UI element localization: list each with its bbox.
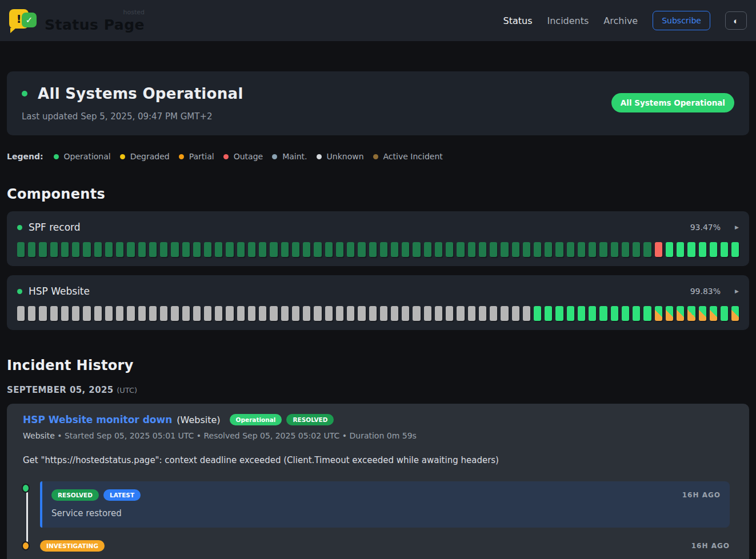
uptime-bar-dim[interactable] <box>358 242 365 257</box>
uptime-bar-dim[interactable] <box>270 242 277 257</box>
uptime-bar-dim[interactable] <box>589 242 596 257</box>
uptime-bar-gray[interactable] <box>17 306 25 321</box>
nav-item-archive[interactable]: Archive <box>603 15 638 26</box>
uptime-bar-partial[interactable] <box>666 306 673 321</box>
uptime-bar-gray[interactable] <box>336 306 343 321</box>
uptime-bar-dim[interactable] <box>248 242 255 257</box>
uptime-bar-gray[interactable] <box>50 306 58 321</box>
uptime-bar-gray[interactable] <box>303 306 310 321</box>
uptime-bar-gray[interactable] <box>204 306 211 321</box>
uptime-bar-dim[interactable] <box>599 242 607 257</box>
nav-item-incidents[interactable]: Incidents <box>547 15 589 26</box>
uptime-bar-partial[interactable] <box>687 306 695 321</box>
uptime-bar-dim[interactable] <box>259 242 266 257</box>
uptime-bar-gray[interactable] <box>193 306 201 321</box>
component-header[interactable]: HSP Website99.83%▶ <box>17 283 739 299</box>
uptime-bar-partial[interactable] <box>699 306 706 321</box>
uptime-bar-gray[interactable] <box>347 306 354 321</box>
uptime-bar-up[interactable] <box>611 306 618 321</box>
uptime-bar-gray[interactable] <box>435 306 442 321</box>
uptime-bar-dim[interactable] <box>402 242 409 257</box>
component-expand-arrow-icon[interactable]: ▶ <box>735 224 739 230</box>
uptime-bar-partial[interactable] <box>731 306 739 321</box>
uptime-bar-dim[interactable] <box>391 242 398 257</box>
uptime-bar-gray[interactable] <box>237 306 245 321</box>
uptime-bar-up[interactable] <box>699 242 706 257</box>
uptime-bar-up[interactable] <box>578 306 585 321</box>
uptime-bar-dim[interactable] <box>336 242 343 257</box>
uptime-bar-gray[interactable] <box>72 306 79 321</box>
uptime-bar-dim[interactable] <box>72 242 79 257</box>
uptime-bar-dim[interactable] <box>193 242 201 257</box>
uptime-bar-dim[interactable] <box>83 242 90 257</box>
uptime-bar-gray[interactable] <box>259 306 266 321</box>
uptime-bar-dim[interactable] <box>314 242 321 257</box>
uptime-bar-dim[interactable] <box>545 242 552 257</box>
component-expand-arrow-icon[interactable]: ▶ <box>735 288 739 294</box>
uptime-bar-dim[interactable] <box>138 242 146 257</box>
uptime-bar-dim[interactable] <box>490 242 497 257</box>
subscribe-button[interactable]: Subscribe <box>653 11 710 30</box>
uptime-bar-up[interactable] <box>710 242 717 257</box>
uptime-bar-dim[interactable] <box>611 242 618 257</box>
uptime-bar-dim[interactable] <box>28 242 35 257</box>
uptime-bar-gray[interactable] <box>512 306 519 321</box>
uptime-bar-dim[interactable] <box>237 242 245 257</box>
uptime-bar-dim[interactable] <box>204 242 211 257</box>
uptime-bar-gray[interactable] <box>182 306 190 321</box>
uptime-bar-down[interactable] <box>655 242 662 257</box>
uptime-bar-gray[interactable] <box>380 306 387 321</box>
uptime-bar-gray[interactable] <box>468 306 475 321</box>
uptime-bar-dim[interactable] <box>182 242 190 257</box>
uptime-bar-gray[interactable] <box>160 306 167 321</box>
uptime-bar-dim[interactable] <box>325 242 333 257</box>
uptime-bar-dim[interactable] <box>149 242 157 257</box>
uptime-bar-gray[interactable] <box>171 306 178 321</box>
uptime-bar-dim[interactable] <box>292 242 299 257</box>
uptime-bar-gray[interactable] <box>391 306 398 321</box>
uptime-bar-dim[interactable] <box>424 242 431 257</box>
uptime-bar-gray[interactable] <box>94 306 102 321</box>
uptime-bar-up[interactable] <box>731 242 739 257</box>
uptime-bar-dim[interactable] <box>127 242 134 257</box>
uptime-bar-dim[interactable] <box>479 242 486 257</box>
uptime-bar-dim[interactable] <box>17 242 25 257</box>
uptime-bar-dim[interactable] <box>94 242 102 257</box>
uptime-bar-gray[interactable] <box>325 306 333 321</box>
uptime-bar-dim[interactable] <box>347 242 354 257</box>
uptime-bar-up[interactable] <box>633 306 640 321</box>
theme-toggle-button[interactable]: ◐ <box>725 11 747 30</box>
component-header[interactable]: SPF record93.47%▶ <box>17 219 739 235</box>
uptime-bar-gray[interactable] <box>292 306 299 321</box>
uptime-bar-dim[interactable] <box>281 242 289 257</box>
uptime-bar-dim[interactable] <box>501 242 508 257</box>
uptime-bar-dim[interactable] <box>512 242 519 257</box>
uptime-bar-dim[interactable] <box>413 242 420 257</box>
uptime-bar-up[interactable] <box>589 306 596 321</box>
uptime-bar-gray[interactable] <box>83 306 90 321</box>
uptime-bar-up[interactable] <box>643 306 651 321</box>
nav-item-status[interactable]: Status <box>503 15 532 26</box>
uptime-bar-gray[interactable] <box>446 306 453 321</box>
uptime-bar-gray[interactable] <box>149 306 157 321</box>
uptime-bar-dim[interactable] <box>457 242 464 257</box>
uptime-bar-gray[interactable] <box>116 306 123 321</box>
uptime-bar-dim[interactable] <box>523 242 530 257</box>
uptime-bar-gray[interactable] <box>369 306 377 321</box>
uptime-bar-gray[interactable] <box>457 306 464 321</box>
uptime-bar-up[interactable] <box>687 242 695 257</box>
uptime-bar-gray[interactable] <box>226 306 233 321</box>
uptime-bar-gray[interactable] <box>61 306 69 321</box>
incident-link[interactable]: HSP Website monitor down <box>23 414 172 425</box>
uptime-bar-dim[interactable] <box>578 242 585 257</box>
uptime-bar-up[interactable] <box>677 242 684 257</box>
uptime-bar-dim[interactable] <box>39 242 46 257</box>
uptime-bar-dim[interactable] <box>303 242 310 257</box>
uptime-bar-dim[interactable] <box>633 242 640 257</box>
uptime-bar-partial[interactable] <box>677 306 684 321</box>
uptime-bar-dim[interactable] <box>380 242 387 257</box>
uptime-bar-gray[interactable] <box>314 306 321 321</box>
uptime-bar-up[interactable] <box>666 242 673 257</box>
uptime-bar-dim[interactable] <box>50 242 58 257</box>
uptime-bar-dim[interactable] <box>226 242 233 257</box>
